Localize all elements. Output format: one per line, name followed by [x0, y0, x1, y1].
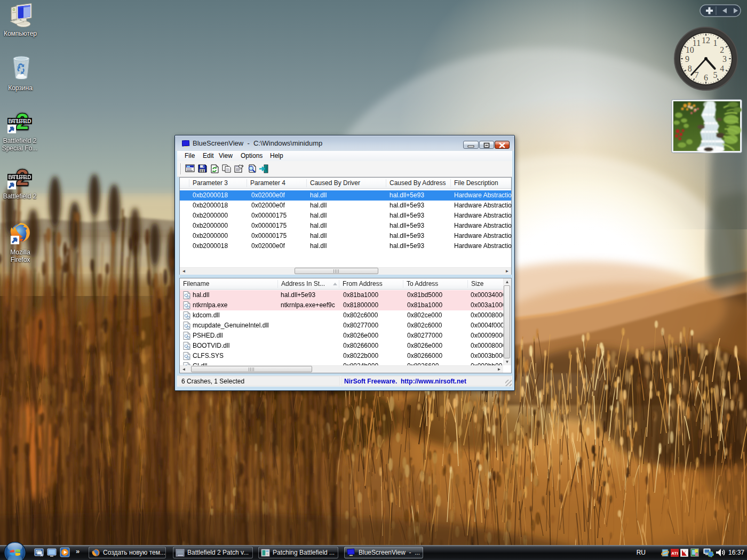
svg-text:9: 9: [685, 54, 689, 63]
svg-text:ATI: ATI: [671, 551, 678, 556]
svg-text:4: 4: [720, 64, 724, 73]
svg-text:BATTLEFIELD: BATTLEFIELD: [9, 118, 31, 124]
svg-text:3: 3: [722, 54, 727, 63]
svg-text:1: 1: [713, 38, 718, 47]
svg-text:6: 6: [704, 73, 708, 82]
svg-text:11: 11: [693, 38, 701, 47]
svg-text:BATTLEFIELD: BATTLEFIELD: [9, 174, 31, 180]
svg-text:8: 8: [688, 64, 692, 73]
svg-text:12: 12: [702, 36, 710, 45]
svg-text:5: 5: [713, 70, 718, 79]
svg-text:2: 2: [720, 45, 724, 54]
svg-text:7: 7: [695, 70, 699, 79]
